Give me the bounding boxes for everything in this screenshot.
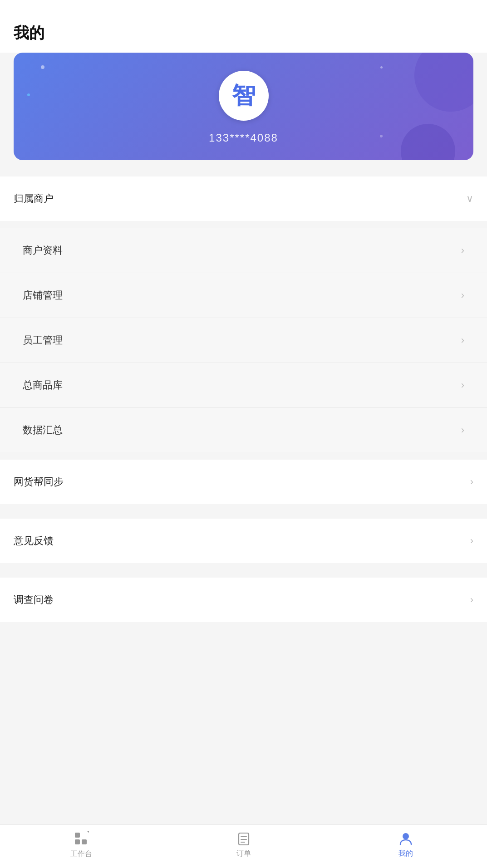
- bottom-nav: 工作台 订单 我的: [0, 824, 487, 868]
- avatar[interactable]: 智: [219, 71, 269, 121]
- svg-rect-0: [75, 833, 80, 838]
- merchant-header[interactable]: 归属商户 ∨: [0, 177, 487, 221]
- page-title: 我的: [0, 0, 487, 53]
- phone-number: 133****4088: [209, 132, 278, 144]
- chevron-right-icon-2: ›: [461, 289, 464, 301]
- menu-item-survey[interactable]: 调查问卷 ›: [0, 578, 487, 622]
- chevron-right-icon-4: ›: [461, 379, 464, 391]
- submenu-item-staff-management[interactable]: 员工管理 ›: [0, 318, 487, 363]
- submenu-label-data-summary: 数据汇总: [23, 423, 63, 437]
- chevron-right-icon-survey: ›: [470, 594, 473, 606]
- menu-item-sync[interactable]: 网货帮同步 ›: [0, 460, 487, 504]
- mine-icon: [398, 832, 413, 846]
- profile-card: 智 133****4088: [14, 53, 473, 160]
- svg-rect-1: [85, 831, 89, 833]
- submenu-label-staff-management: 员工管理: [23, 333, 63, 347]
- chevron-right-icon-5: ›: [461, 424, 464, 436]
- chevron-right-icon-3: ›: [461, 334, 464, 346]
- submenu-label-product-library: 总商品库: [23, 378, 63, 392]
- chevron-right-icon-sync: ›: [470, 476, 473, 488]
- nav-label-orders: 订单: [236, 849, 251, 858]
- menu-item-sync-label: 网货帮同步: [14, 475, 64, 489]
- submenu-item-data-summary[interactable]: 数据汇总 ›: [0, 408, 487, 452]
- nav-label-workbench: 工作台: [70, 849, 92, 859]
- submenu-item-store-management[interactable]: 店铺管理 ›: [0, 273, 487, 318]
- nav-label-mine: 我的: [398, 849, 413, 858]
- submenu-label-merchant-info: 商户资料: [23, 244, 63, 257]
- menu-item-feedback[interactable]: 意见反馈 ›: [0, 519, 487, 563]
- orders-icon: [236, 832, 251, 846]
- chevron-right-icon: ›: [461, 245, 464, 256]
- svg-rect-3: [82, 839, 87, 844]
- submenu-item-merchant-info[interactable]: 商户资料 ›: [0, 228, 487, 273]
- chevron-right-icon-feedback: ›: [470, 535, 473, 547]
- nav-item-workbench[interactable]: 工作台: [0, 831, 162, 859]
- merchant-submenu: 商户资料 › 店铺管理 › 员工管理 › 总商品库 › 数据汇总 ›: [0, 228, 487, 452]
- svg-point-8: [403, 833, 409, 839]
- chevron-down-icon: ∨: [466, 193, 473, 205]
- workbench-icon: [74, 831, 89, 847]
- menu-item-feedback-label: 意见反馈: [14, 534, 54, 548]
- avatar-logo: 智: [232, 84, 256, 108]
- submenu-label-store-management: 店铺管理: [23, 289, 63, 302]
- nav-item-orders[interactable]: 订单: [162, 832, 325, 858]
- nav-item-mine[interactable]: 我的: [325, 832, 487, 858]
- merchant-header-label: 归属商户: [14, 192, 54, 206]
- menu-item-survey-label: 调查问卷: [14, 593, 54, 607]
- submenu-item-product-library[interactable]: 总商品库 ›: [0, 363, 487, 408]
- svg-rect-2: [75, 839, 80, 844]
